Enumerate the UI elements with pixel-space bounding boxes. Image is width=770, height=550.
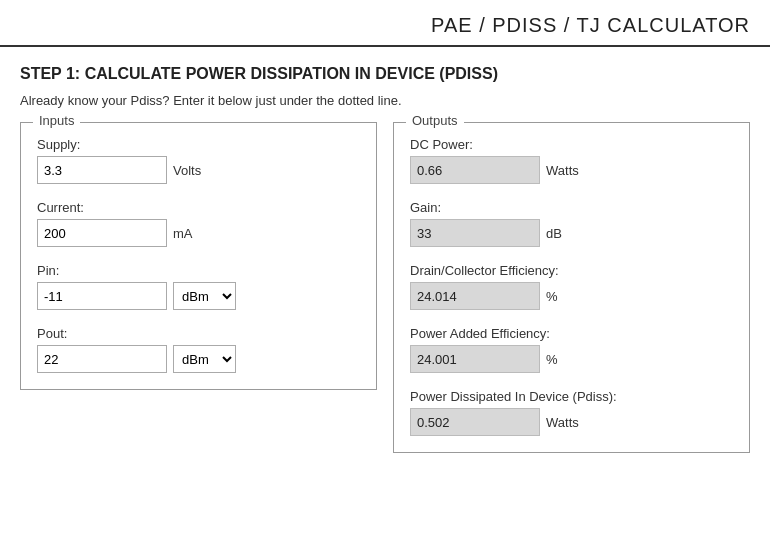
pae-label: Power Added Efficiency: — [410, 326, 733, 341]
pdiss-field-group: Power Dissipated In Device (Pdiss): Watt… — [410, 389, 733, 436]
drain-eff-label: Drain/Collector Efficiency: — [410, 263, 733, 278]
outputs-legend: Outputs — [406, 113, 464, 128]
pdiss-row: Watts — [410, 408, 733, 436]
pout-unit-wrap: dBm dBW Watts — [173, 345, 236, 373]
dc-power-unit: Watts — [546, 163, 579, 178]
step-description: CALCULATE POWER DISSIPATION IN DEVICE (P… — [85, 65, 498, 82]
gain-unit: dB — [546, 226, 562, 241]
subtitle: Already know your Pdiss? Enter it below … — [20, 93, 750, 108]
page-title: PAE / PDISS / TJ CALCULATOR — [431, 14, 750, 36]
dc-power-field-group: DC Power: Watts — [410, 137, 733, 184]
dc-power-output — [410, 156, 540, 184]
pae-unit: % — [546, 352, 558, 367]
pout-field-group: Pout: dBm dBW Watts — [37, 326, 360, 373]
drain-eff-field-group: Drain/Collector Efficiency: % — [410, 263, 733, 310]
gain-output — [410, 219, 540, 247]
supply-row: Volts — [37, 156, 360, 184]
current-input[interactable] — [37, 219, 167, 247]
dc-power-label: DC Power: — [410, 137, 733, 152]
main-content: STEP 1: CALCULATE POWER DISSIPATION IN D… — [0, 47, 770, 473]
pdiss-label: Power Dissipated In Device (Pdiss): — [410, 389, 733, 404]
gain-field-group: Gain: dB — [410, 200, 733, 247]
step-heading: STEP 1: CALCULATE POWER DISSIPATION IN D… — [20, 65, 750, 83]
dc-power-row: Watts — [410, 156, 733, 184]
inputs-legend: Inputs — [33, 113, 80, 128]
inputs-panel: Inputs Supply: Volts Current: mA Pin: — [20, 122, 377, 390]
pae-row: % — [410, 345, 733, 373]
drain-efficiency-output — [410, 282, 540, 310]
pout-label: Pout: — [37, 326, 360, 341]
pdiss-output — [410, 408, 540, 436]
pdiss-unit: Watts — [546, 415, 579, 430]
current-field-group: Current: mA — [37, 200, 360, 247]
supply-unit: Volts — [173, 163, 201, 178]
pout-unit-select[interactable]: dBm dBW Watts — [173, 345, 236, 373]
gain-label: Gain: — [410, 200, 733, 215]
step-label: STEP 1: — [20, 65, 80, 82]
supply-input[interactable] — [37, 156, 167, 184]
header-bar: PAE / PDISS / TJ CALCULATOR — [0, 0, 770, 47]
pin-field-group: Pin: dBm dBW Watts — [37, 263, 360, 310]
pin-row: dBm dBW Watts — [37, 282, 360, 310]
pout-row: dBm dBW Watts — [37, 345, 360, 373]
pin-unit-wrap: dBm dBW Watts — [173, 282, 236, 310]
panels-row: Inputs Supply: Volts Current: mA Pin: — [20, 122, 750, 453]
drain-eff-row: % — [410, 282, 733, 310]
current-row: mA — [37, 219, 360, 247]
supply-label: Supply: — [37, 137, 360, 152]
supply-field-group: Supply: Volts — [37, 137, 360, 184]
pae-field-group: Power Added Efficiency: % — [410, 326, 733, 373]
pout-input[interactable] — [37, 345, 167, 373]
outputs-panel: Outputs DC Power: Watts Gain: dB Drain/ — [393, 122, 750, 453]
pae-output — [410, 345, 540, 373]
pin-unit-select[interactable]: dBm dBW Watts — [173, 282, 236, 310]
pin-input[interactable] — [37, 282, 167, 310]
current-label: Current: — [37, 200, 360, 215]
pin-label: Pin: — [37, 263, 360, 278]
current-unit: mA — [173, 226, 193, 241]
gain-row: dB — [410, 219, 733, 247]
drain-eff-unit: % — [546, 289, 558, 304]
